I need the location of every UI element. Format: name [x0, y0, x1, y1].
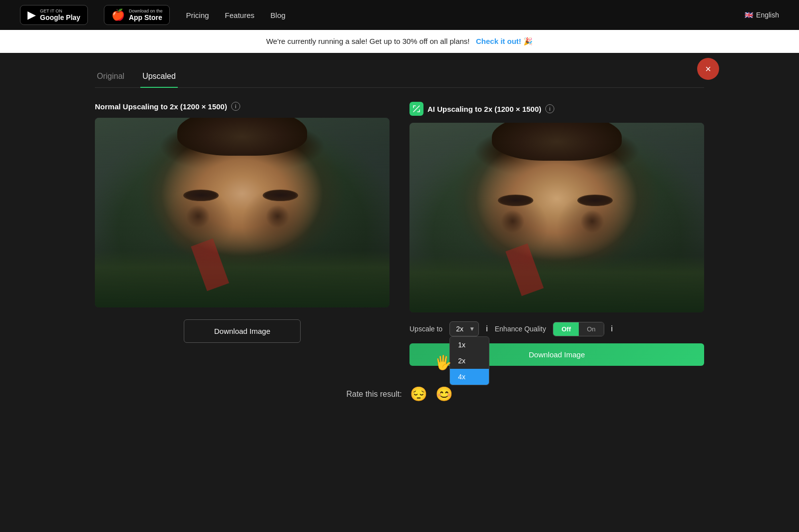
right-portrait-overlay — [409, 123, 704, 312]
enhance-info-icon[interactable]: i — [611, 324, 613, 333]
google-play-big-text: Google Play — [40, 13, 80, 21]
enhance-quality-label: Enhance Quality — [495, 325, 546, 333]
toggle-on-btn[interactable]: On — [579, 322, 603, 336]
sale-link[interactable]: Check it out! 🎉 — [476, 37, 533, 45]
close-button[interactable]: × — [697, 58, 719, 80]
language-selector[interactable]: 🇬🇧 English — [745, 11, 779, 19]
left-image — [95, 118, 390, 307]
scale-info-icon[interactable]: i — [486, 324, 488, 333]
tab-bar: Original Upscaled — [95, 68, 704, 88]
flag-icon: 🇬🇧 — [745, 11, 753, 19]
app-store-small-text: Download on the — [129, 8, 163, 13]
scale-dropdown-menu: 1x 2x 4x — [449, 336, 489, 385]
ai-icon-svg — [412, 105, 420, 113]
right-info-icon[interactable]: i — [545, 104, 554, 113]
right-image — [409, 123, 704, 312]
language-label: English — [756, 11, 779, 19]
google-play-small-text: GET IT ON — [40, 8, 80, 13]
dropdown-item-2x[interactable]: 2x — [450, 353, 489, 369]
rating-label: Rate this result: — [346, 390, 401, 399]
right-panel: AI Upscaling to 2x (1200 × 1500) i — [409, 102, 704, 366]
nav-features[interactable]: Features — [225, 11, 254, 19]
comparison-grid: Normal Upscaling to 2x (1200 × 1500) i — [95, 102, 704, 366]
dropdown-item-1x[interactable]: 1x — [450, 337, 489, 353]
nav-blog[interactable]: Blog — [271, 11, 286, 19]
right-panel-title: AI Upscaling to 2x (1200 × 1500) i — [409, 102, 704, 116]
main-content: × Original Upscaled Normal Upscaling to … — [75, 53, 724, 432]
scale-dropdown[interactable]: 1x 2x 4x — [449, 321, 479, 336]
scale-select-wrapper: 1x 2x 4x ▼ 1x 2x 4x — [449, 321, 479, 336]
top-navigation: ▶ GET IT ON Google Play 🍎 Download on th… — [0, 0, 799, 30]
nav-pricing[interactable]: Pricing — [186, 11, 209, 19]
left-panel-title: Normal Upscaling to 2x (1200 × 1500) i — [95, 102, 390, 111]
google-play-badge[interactable]: ▶ GET IT ON Google Play — [20, 5, 88, 25]
portrait-overlay — [95, 118, 390, 307]
dropdown-item-4x[interactable]: 4x — [450, 369, 489, 385]
app-store-badge[interactable]: 🍎 Download on the App Store — [104, 5, 170, 25]
upscale-to-label: Upscale to — [409, 325, 442, 333]
sale-banner: We're currently running a sale! Get up t… — [0, 30, 799, 53]
app-store-big-text: App Store — [129, 13, 163, 21]
right-image-container — [409, 123, 704, 312]
apple-icon: 🍎 — [111, 8, 125, 21]
right-controls-row: Upscale to 1x 2x 4x ▼ 1x 2x 4x i — [409, 321, 704, 366]
google-play-icon: ▶ — [27, 8, 36, 21]
sad-rating-button[interactable]: 😔 — [410, 386, 427, 402]
left-download-button[interactable]: Download Image — [184, 319, 301, 343]
left-panel: Normal Upscaling to 2x (1200 × 1500) i — [95, 102, 390, 366]
ai-upscale-icon — [409, 102, 423, 116]
right-title-text: AI Upscaling to 2x (1200 × 1500) — [427, 105, 541, 113]
sale-text: We're currently running a sale! Get up t… — [266, 37, 470, 45]
tab-original[interactable]: Original — [95, 68, 126, 88]
happy-rating-button[interactable]: 😊 — [435, 386, 453, 402]
left-title-text: Normal Upscaling to 2x (1200 × 1500) — [95, 102, 227, 111]
enhance-toggle: Off On — [553, 322, 604, 336]
toggle-off-btn[interactable]: Off — [553, 322, 579, 336]
tab-upscaled[interactable]: Upscaled — [140, 68, 178, 88]
left-image-container — [95, 118, 390, 307]
left-download-section: Download Image — [95, 319, 390, 343]
rating-section: Rate this result: 😔 😊 — [95, 386, 704, 402]
left-info-icon[interactable]: i — [231, 102, 240, 111]
